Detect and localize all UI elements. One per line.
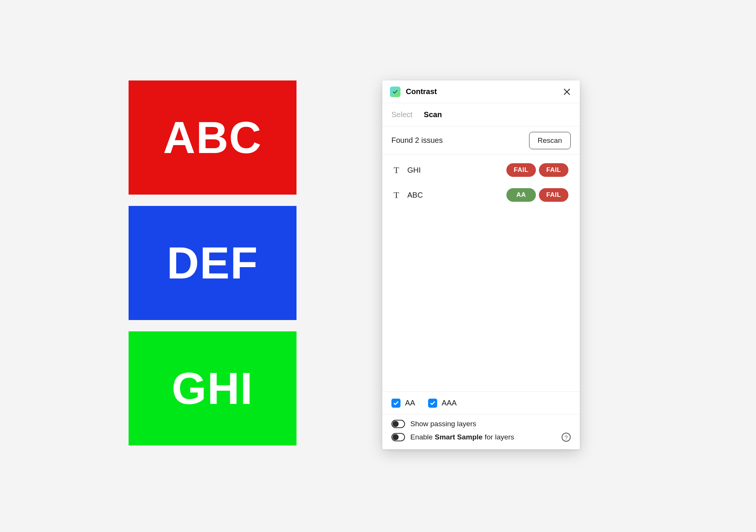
swatch-def[interactable]: DEF bbox=[129, 206, 297, 320]
result-badges: AA FAIL bbox=[506, 188, 568, 202]
aa-checkbox[interactable]: AA bbox=[391, 399, 415, 408]
contrast-app-icon bbox=[390, 87, 401, 97]
scrollbar[interactable] bbox=[577, 155, 580, 391]
swatch-text: DEF bbox=[167, 237, 258, 289]
help-icon[interactable]: ? bbox=[562, 433, 571, 442]
text-layer-icon: T bbox=[391, 165, 401, 175]
aa-badge: AA bbox=[506, 188, 536, 202]
show-passing-label: Show passing layers bbox=[410, 420, 571, 428]
text-layer-icon: T bbox=[391, 190, 401, 200]
issues-found-text: Found 2 issues bbox=[391, 136, 443, 145]
smart-sample-bold: Smart Sample bbox=[435, 433, 483, 441]
result-badges: FAIL FAIL bbox=[506, 163, 568, 177]
aa-badge: FAIL bbox=[506, 163, 536, 177]
contrast-panel: Contrast Select Scan Found 2 issues Resc… bbox=[382, 80, 580, 449]
tab-select[interactable]: Select bbox=[391, 110, 413, 119]
swatch-abc[interactable]: ABC bbox=[129, 80, 297, 195]
rescan-button[interactable]: Rescan bbox=[529, 132, 571, 149]
smart-sample-option: Enable Smart Sample for layers ? bbox=[391, 433, 571, 442]
result-row-abc[interactable]: T ABC AA FAIL bbox=[382, 182, 577, 207]
panel-tabs: Select Scan bbox=[382, 103, 580, 127]
swatch-text: ABC bbox=[163, 112, 262, 163]
level-filters: AA AAA bbox=[382, 392, 580, 414]
result-label: GHI bbox=[407, 166, 500, 175]
results-list: T GHI FAIL FAIL T ABC AA FAIL bbox=[382, 155, 580, 392]
show-passing-toggle[interactable] bbox=[391, 420, 405, 428]
panel-options: Show passing layers Enable Smart Sample … bbox=[382, 414, 580, 449]
swatch-text: GHI bbox=[172, 363, 253, 414]
aa-label: AA bbox=[405, 399, 415, 407]
show-passing-option: Show passing layers bbox=[391, 420, 571, 428]
swatch-ghi[interactable]: GHI bbox=[129, 331, 297, 445]
aaa-label: AAA bbox=[442, 399, 457, 407]
result-label: ABC bbox=[407, 191, 500, 200]
scan-summary: Found 2 issues Rescan bbox=[382, 127, 580, 155]
smart-sample-prefix: Enable bbox=[410, 433, 435, 441]
close-button[interactable] bbox=[562, 87, 572, 97]
smart-sample-suffix: for layers bbox=[483, 433, 514, 441]
smart-sample-label: Enable Smart Sample for layers bbox=[410, 433, 556, 441]
aaa-badge: FAIL bbox=[539, 188, 568, 202]
smart-sample-toggle[interactable] bbox=[391, 433, 405, 441]
tab-scan[interactable]: Scan bbox=[424, 110, 442, 119]
panel-title: Contrast bbox=[406, 87, 556, 96]
canvas-swatches: ABC DEF GHI bbox=[129, 80, 297, 445]
aaa-badge: FAIL bbox=[539, 163, 568, 177]
checkbox-checked-icon bbox=[428, 399, 437, 408]
checkbox-checked-icon bbox=[391, 399, 401, 408]
aaa-checkbox[interactable]: AAA bbox=[428, 399, 457, 408]
panel-header: Contrast bbox=[382, 80, 580, 103]
result-row-ghi[interactable]: T GHI FAIL FAIL bbox=[382, 158, 577, 182]
